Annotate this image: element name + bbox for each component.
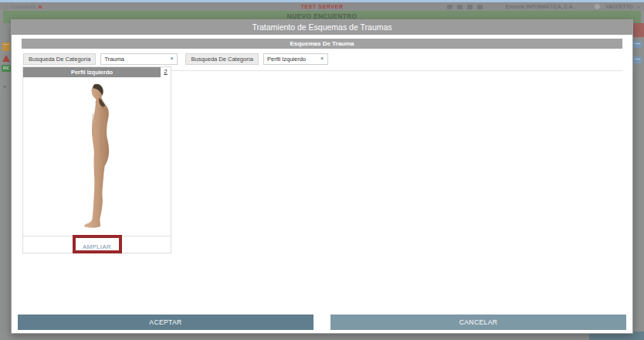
dialog-body: Esquemas De Trauma Busqueda De Categoría… xyxy=(12,35,632,333)
topbar-right: Escuela INFORMÁTICA, C.A. VACCETTO ▾ xyxy=(447,3,639,10)
panel-head: Perfil Izquierdo 2 xyxy=(23,67,171,77)
home-icon[interactable]: ⌂ xyxy=(5,3,8,11)
app-topbar: ⌂ Consultorio M TEST SERVER Escuela INFO… xyxy=(0,2,644,11)
ampliar-link[interactable]: AMPLIAR xyxy=(83,243,111,250)
chevron-down-icon: ▾ xyxy=(637,5,639,9)
test-server-banner: TEST SERVER xyxy=(300,4,343,9)
collapse-chevron-icon[interactable]: ▾ xyxy=(3,83,6,90)
screen: ⌂ Consultorio M TEST SERVER Escuela INFO… xyxy=(0,0,644,340)
chart-icon[interactable] xyxy=(2,55,10,62)
bell-icon[interactable] xyxy=(457,5,463,9)
avatar[interactable] xyxy=(594,3,601,10)
document-icon[interactable] xyxy=(2,42,10,51)
trauma-dialog: Tratamiento de Esquemas de Traumas Esque… xyxy=(11,19,633,334)
category-filter-label: Busqueda De Categoría xyxy=(23,53,96,65)
link-icon[interactable] xyxy=(633,41,642,48)
male-profile-figure xyxy=(75,80,120,233)
help-icon[interactable] xyxy=(467,5,473,9)
company-label: Escuela INFORMÁTICA, C.A. xyxy=(506,4,574,9)
alert-block xyxy=(632,23,644,37)
schema-select[interactable]: Perfil Izquierdo ▼ xyxy=(263,53,328,65)
body-figure[interactable] xyxy=(23,77,171,236)
chevron-down-icon: ▼ xyxy=(170,56,175,63)
schema-filter-label: Busqueda De Categoría xyxy=(185,53,258,65)
link-icon[interactable] xyxy=(633,56,642,63)
ampliar-cell: AMPLIAR xyxy=(23,236,171,253)
count-link[interactable]: 2 xyxy=(161,67,171,77)
topbar-left: ⌂ Consultorio M xyxy=(5,3,42,11)
cancelar-button[interactable]: CANCELAR xyxy=(330,314,626,330)
dialog-buttons: ACEPTAR CANCELAR xyxy=(18,314,626,330)
aceptar-button[interactable]: ACEPTAR xyxy=(18,314,314,330)
chat-icon[interactable] xyxy=(447,5,452,9)
trauma-panel: Perfil Izquierdo 2 xyxy=(22,66,171,253)
panel-title: Perfil Izquierdo xyxy=(23,67,161,77)
category-select-value: Trauma xyxy=(104,56,124,63)
section-header: Esquemas De Trauma xyxy=(22,39,622,49)
fic-badge[interactable]: FIC xyxy=(2,65,11,72)
schema-select-value: Perfil Izquierdo xyxy=(267,56,306,63)
clinic-label: Consultorio xyxy=(11,4,36,9)
category-select[interactable]: Trauma ▼ xyxy=(100,53,178,65)
user-menu[interactable]: VACCETTO xyxy=(605,4,632,9)
chevron-down-icon: ▼ xyxy=(320,56,324,63)
notification-badge: M xyxy=(39,5,42,9)
lock-icon[interactable] xyxy=(477,5,483,9)
dialog-title: Tratamiento de Esquemas de Traumas xyxy=(12,20,632,35)
